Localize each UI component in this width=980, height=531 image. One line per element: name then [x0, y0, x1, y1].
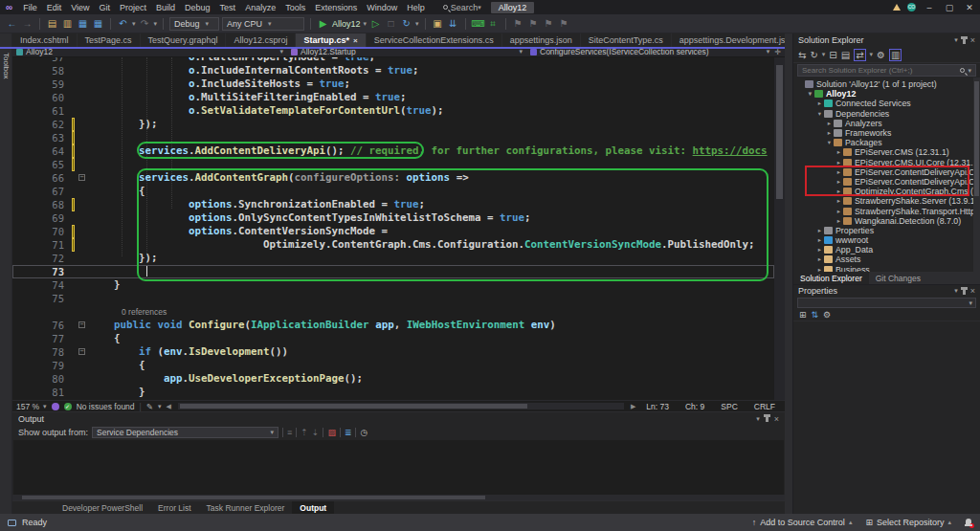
indent-mode-indicator[interactable]: SPC — [715, 402, 743, 411]
maximize-button[interactable]: ▢ — [943, 3, 956, 12]
categorized-icon[interactable]: ⊞ — [799, 310, 807, 320]
sync-with-active-document-icon[interactable]: ⇄ — [854, 49, 865, 61]
save-all-icon[interactable]: ▦ — [92, 18, 104, 29]
tool-tab-git-changes[interactable]: Git Changes — [869, 272, 927, 284]
line-number[interactable]: 72 — [12, 252, 70, 265]
fold-collapse-icon[interactable]: − — [78, 174, 85, 181]
code-cleanup-icon[interactable]: ✎ — [146, 402, 153, 411]
expand-arrow-icon[interactable]: ▸ — [835, 178, 843, 186]
tree-item-connected-services[interactable]: ▸Connected Services — [793, 99, 980, 108]
background-tasks-icon[interactable] — [8, 520, 16, 526]
package-console-icon[interactable]: ⌗ — [487, 18, 500, 30]
line-number[interactable]: 79 — [12, 359, 70, 372]
attach-process-icon[interactable]: ⇊ — [447, 18, 459, 29]
properties-object-select[interactable]: ▾ — [797, 298, 976, 308]
close-icon[interactable]: × — [970, 35, 975, 45]
line-number[interactable]: 74 — [12, 278, 70, 292]
expand-arrow-icon[interactable]: ▸ — [835, 217, 843, 225]
tree-item-episerver-cms-12-31-1[interactable]: ▸EPiServer.CMS (12.31.1) — [793, 147, 980, 157]
minimize-button[interactable]: – — [923, 3, 936, 12]
avatar[interactable]: CO — [907, 3, 916, 11]
solution-configuration-select[interactable]: Debug▾ — [169, 17, 219, 31]
line-number[interactable]: 64 — [12, 144, 70, 158]
column-indicator[interactable]: Ch: 9 — [679, 402, 710, 411]
line-number[interactable]: 76 — [12, 319, 70, 332]
preview-selected-items-icon[interactable]: ▥ — [889, 49, 902, 61]
editor-horizontal-scrollbar[interactable] — [178, 403, 624, 409]
menu-item-view[interactable]: View — [66, 3, 94, 12]
undo-dropdown-icon[interactable]: ▾ — [132, 20, 136, 28]
refresh-icon[interactable]: ↻ — [810, 50, 817, 60]
notifications-bell-icon[interactable] — [965, 519, 972, 526]
select-repository-button[interactable]: ⊞Select Repository▴ — [865, 518, 951, 527]
tab-index-cshtml[interactable]: Index.cshtml — [12, 33, 78, 47]
tool-tab-solution-explorer[interactable]: Solution Explorer — [793, 272, 869, 284]
code-line-81[interactable]: 81 } — [12, 386, 774, 399]
line-number[interactable]: 68 — [12, 198, 70, 211]
terminal-icon[interactable]: ⌨ — [472, 18, 484, 29]
solution-search-box[interactable]: ▾ — [797, 64, 976, 77]
code-line-78[interactable]: 78− if (env.IsDevelopment()) — [12, 345, 774, 359]
start-debug-dropdown-icon[interactable]: ▾ — [364, 20, 368, 28]
tab-sitecontenttype-cs[interactable]: SiteContentType.cs — [581, 33, 672, 47]
tree-item-app-data[interactable]: ▸App_Data — [793, 245, 980, 254]
expand-arrow-icon[interactable]: ▸ — [815, 266, 824, 272]
start-debug-target-label[interactable]: Alloy12 — [332, 19, 361, 29]
line-number[interactable]: 65 — [12, 158, 70, 171]
scroll-left-icon[interactable]: ◀ — [166, 403, 170, 410]
open-file-icon[interactable]: ▥ — [61, 18, 74, 29]
tree-item-analyzers[interactable]: ▸Analyzers — [793, 119, 980, 128]
code-line-77[interactable]: 77 { — [12, 332, 774, 345]
tree-item-wwwroot[interactable]: ▸wwwroot — [793, 235, 980, 245]
timestamp-icon[interactable]: ◷ — [360, 428, 368, 437]
warning-icon[interactable] — [893, 4, 901, 11]
expand-arrow-icon[interactable]: ▸ — [835, 159, 843, 166]
navigate-forward-icon[interactable]: → — [21, 18, 33, 29]
code-line-73[interactable]: 73 — [12, 265, 774, 278]
start-without-debugging-icon[interactable]: ▷ — [369, 18, 382, 29]
pin-icon[interactable] — [766, 415, 768, 422]
tab-servicecollectionextensions-cs[interactable]: ServiceCollectionExtensions.cs — [367, 33, 502, 47]
zoom-level-select[interactable]: 157 %▾ — [16, 402, 47, 411]
code-line-68[interactable]: 68 options.SynchronizationEnabled = true… — [12, 198, 774, 211]
browser-link-icon[interactable]: ▣ — [432, 18, 444, 29]
line-number[interactable]: 61 — [12, 104, 70, 118]
code-line-71[interactable]: 71 Optimizely.ContentGraph.Cms.Configura… — [12, 238, 774, 252]
tree-item-episerver-contentdeliveryapi-cms-3-11-0[interactable]: ▸EPiServer.ContentDeliveryApi.Cms (3.11.… — [793, 167, 980, 177]
menu-item-git[interactable]: Git — [95, 3, 116, 12]
collapse-arrow-icon[interactable]: ▾ — [806, 90, 814, 98]
close-icon[interactable]: × — [970, 286, 975, 296]
line-number[interactable]: 63 — [12, 131, 70, 144]
line-number[interactable]: 80 — [12, 372, 70, 386]
code-line-66[interactable]: 66− services.AddContentGraph(configureOp… — [12, 171, 774, 185]
redo-icon[interactable]: ↷ — [139, 18, 151, 29]
line-ending-indicator[interactable]: CRLF — [748, 402, 781, 411]
menu-item-tools[interactable]: Tools — [280, 3, 310, 12]
menu-item-window[interactable]: Window — [362, 3, 402, 12]
pin-icon[interactable] — [963, 37, 966, 44]
save-icon[interactable]: ▦ — [77, 18, 89, 29]
line-number[interactable]: 57 — [12, 57, 70, 64]
menu-item-help[interactable]: Help — [402, 3, 430, 12]
properties-wrench-icon[interactable]: ⚙ — [877, 50, 885, 60]
switch-views-icon[interactable]: ⇆ — [798, 50, 806, 60]
code-line-69[interactable]: 69 options.OnlySyncContentTypesInWhiteli… — [12, 211, 774, 225]
code-line-61[interactable]: 61 o.SetValidateTemplateForContentUrl(tr… — [12, 104, 774, 118]
window-position-dropdown-icon[interactable]: ▾ — [954, 287, 958, 295]
code-line-58[interactable]: 58 o.IncludeInternalContentRoots = true; — [12, 64, 774, 77]
panel-tab-task-runner-explorer[interactable]: Task Runner Explorer — [199, 501, 293, 514]
expand-arrow-icon[interactable]: ▸ — [825, 129, 834, 137]
close-button[interactable]: ✕ — [963, 3, 976, 12]
tree-item-solution-alloy12-1-of-1-project[interactable]: Solution 'Alloy12' (1 of 1 project) — [793, 79, 980, 89]
line-number[interactable]: 73 — [12, 265, 70, 278]
line-number[interactable]: 71 — [12, 238, 70, 252]
menu-item-project[interactable]: Project — [115, 3, 151, 12]
code-line-75[interactable]: 75 — [12, 292, 774, 305]
menu-item-debug[interactable]: Debug — [180, 3, 215, 12]
expand-arrow-icon[interactable]: ▸ — [815, 100, 824, 107]
new-file-icon[interactable]: ▤ — [46, 18, 58, 29]
document-health-label[interactable]: No issues found — [77, 402, 135, 411]
tree-item-dependencies[interactable]: ▾Dependencies — [793, 109, 980, 119]
menu-item-edit[interactable]: Edit — [42, 3, 67, 12]
expand-arrow-icon[interactable]: ▸ — [815, 227, 824, 234]
